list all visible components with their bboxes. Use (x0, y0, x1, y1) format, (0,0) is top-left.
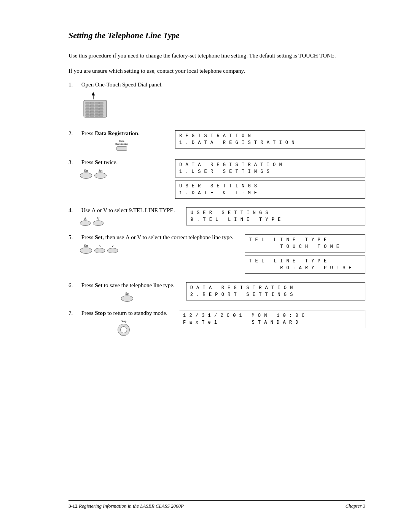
data-reg-label: DataRegistration (115, 140, 128, 145)
arrow-up-label-5: Λ (99, 244, 101, 248)
set-btn-5: Set (80, 244, 92, 254)
step-5-lcd-1: T E L L I N E T Y P E T O U C H T O N E (245, 234, 365, 252)
page-title: Setting the Telephone Line Type (68, 30, 365, 40)
svg-rect-6 (86, 105, 89, 107)
footer-left: 3-12 Registering Information in the LASE… (68, 503, 184, 509)
step-7-left: 7. Press Stop to return to standby mode.… (68, 310, 167, 336)
set-btn-2: Set (94, 169, 107, 179)
step-4-right: U S E R S E T T I N G S9 . T E L L I N E… (186, 207, 365, 225)
step-1-illustration (80, 92, 162, 122)
svg-rect-7 (90, 105, 94, 107)
svg-rect-4 (95, 102, 99, 104)
arrow-down-label: V (97, 217, 100, 220)
step-2-left: 2. Press Data Registration. DataRegistra… (68, 130, 164, 151)
step-6-lcd-1: D A T A R E G I S T R A T I O N2 . R E P… (186, 282, 365, 300)
step-1: 1. Open One-Touch Speed Dial panel. (68, 81, 365, 122)
step-5-number: 5. (68, 234, 80, 241)
step-3-number: 3. (68, 159, 80, 166)
data-reg-icon: DataRegistration (80, 140, 164, 151)
set-label-2: Set (99, 169, 102, 173)
set-btn-6: Set (80, 292, 175, 302)
step-4-left: 4. Use Λ or V to select 9.TEL LINE TYPE.… (68, 207, 175, 226)
svg-rect-14 (86, 111, 89, 113)
step-7-number: 7. (68, 310, 80, 316)
step-5-left: 5. Press Set, then use Λ or V to select … (68, 234, 233, 254)
step-3-right: D A T A R E G I S T R A T I O N1 . U S E… (175, 159, 365, 199)
data-reg-btn (116, 146, 127, 151)
intro-paragraph-2: If you are unsure which setting to use, … (68, 66, 365, 75)
step-3: 3. Press Set twice. Set Set D A T A R E … (68, 159, 365, 199)
step-7-text: Press Stop to return to standby mode. (81, 310, 167, 316)
step-7-lcd-1: 1 2 / 3 1 / 2 0 0 1 M O N 1 0 : 0 0F a x… (179, 310, 365, 328)
svg-rect-13 (99, 108, 103, 110)
step-7-illustration: Stop (80, 320, 167, 336)
set-label-6: Set (125, 292, 129, 296)
svg-rect-10 (86, 108, 89, 110)
step-2-illustration: DataRegistration (80, 140, 164, 151)
step-2-number: 2. (68, 130, 80, 137)
arrow-up-btn-5: Λ (94, 244, 105, 253)
page: Setting the Telephone Line Type Use this… (0, 0, 411, 532)
step-7-right: 1 2 / 3 1 / 2 0 0 1 M O N 1 0 : 0 0F a x… (179, 310, 365, 328)
svg-rect-9 (99, 105, 103, 107)
arrow-down-oval (93, 220, 104, 226)
footer-page-number: 3-12 (68, 503, 78, 509)
step-2-text: Press Data Registration. (81, 130, 140, 136)
set-label-1: Set (84, 169, 88, 173)
svg-rect-5 (99, 102, 103, 104)
stop-circle (118, 324, 130, 336)
step-2-right: R E G I S T R A T I O N1 . D A T A R E G… (175, 130, 365, 149)
speed-dial-icon (80, 92, 110, 120)
arrow-up-label: Λ (84, 217, 87, 220)
intro-paragraph-1: Use this procedure if you need to change… (68, 51, 365, 60)
stop-btn-icon: Stop (80, 320, 167, 336)
step-6-right: D A T A R E G I S T R A T I O N2 . R E P… (186, 282, 365, 300)
svg-rect-3 (90, 102, 94, 104)
svg-rect-11 (90, 108, 94, 110)
step-6-illustration: Set (80, 292, 175, 302)
set-twice-icon: Set Set (80, 169, 164, 179)
set-btn-1: Set (80, 169, 92, 179)
step-6-left: 6. Press Set to save the telephone line … (68, 282, 175, 302)
arrow-down-oval-5 (107, 248, 118, 253)
arrow-btns-icon: Λ V (80, 217, 175, 226)
arrow-down-btn: V (93, 217, 104, 226)
set-oval-1 (80, 173, 92, 179)
set-arrows-icon: Set Λ V (80, 244, 233, 254)
step-5-text: Press Set, then use Λ or V to select the… (81, 234, 233, 240)
arrow-up-btn: Λ (80, 217, 91, 226)
step-5: 5. Press Set, then use Λ or V to select … (68, 234, 365, 274)
footer-left-text: Registering Information in the LASER CLA… (78, 503, 184, 509)
arrow-down-label-5: V (112, 244, 114, 248)
step-1-number: 1. (68, 81, 80, 88)
set-oval-5 (80, 248, 92, 254)
svg-rect-2 (86, 102, 89, 104)
step-4-illustration: Λ V (80, 217, 175, 226)
set-oval-2 (94, 173, 107, 179)
arrow-down-btn-5: V (107, 244, 118, 253)
svg-rect-17 (99, 111, 103, 113)
arrow-up-oval-5 (94, 248, 105, 253)
step-6-text: Press Set to save the telephone line typ… (81, 282, 175, 288)
step-5-lcd-2: T E L L I N E T Y P E R O T A R Y P U L … (245, 256, 365, 274)
step-4-lcd-1: U S E R S E T T I N G S9 . T E L L I N E… (186, 207, 365, 225)
step-3-lcd-1: D A T A R E G I S T R A T I O N1 . U S E… (175, 159, 365, 177)
svg-rect-12 (95, 108, 99, 110)
set-oval-6 (121, 296, 133, 302)
step-6: 6. Press Set to save the telephone line … (68, 282, 365, 302)
step-5-right: T E L L I N E T Y P E T O U C H T O N E … (245, 234, 365, 274)
step-4-text: Use Λ or V to select 9.TEL LINE TYPE. (81, 207, 175, 213)
svg-rect-16 (95, 111, 99, 113)
svg-rect-8 (95, 105, 99, 107)
step-3-illustration: Set Set (80, 169, 164, 179)
step-6-number: 6. (68, 282, 80, 289)
step-3-text: Press Set twice. (81, 159, 118, 165)
svg-rect-20 (95, 114, 99, 117)
svg-rect-15 (90, 111, 94, 113)
svg-rect-19 (90, 114, 94, 117)
stop-label: Stop (121, 320, 127, 323)
step-1-left: 1. Open One-Touch Speed Dial panel. (68, 81, 162, 122)
step-3-lcd-2: U S E R S E T T I N G S1 . D A T E & T I… (175, 181, 365, 199)
set-label-5: Set (84, 244, 88, 248)
step-3-left: 3. Press Set twice. Set Set (68, 159, 164, 179)
